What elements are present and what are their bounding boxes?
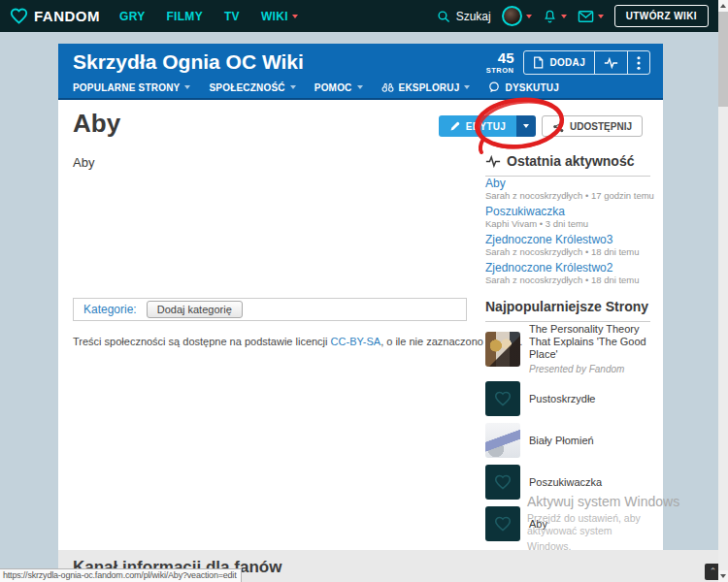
bell-icon [543, 9, 557, 24]
popular-page-item: Pustoskrzydłe [485, 381, 652, 416]
popular-page-thumbnail[interactable] [485, 465, 520, 500]
nav-link-gry[interactable]: GRY [119, 10, 145, 23]
chevron-down-icon [464, 85, 470, 89]
wiki-nav-discuss[interactable]: DYSKUTUJ [488, 81, 559, 93]
activity-page-link[interactable]: Poszukiwaczka [485, 206, 652, 218]
popular-page-item: Poszukiwaczka [485, 465, 652, 500]
popular-page-thumbnail[interactable] [485, 506, 520, 541]
categories-link[interactable]: Kategorie: [83, 303, 137, 316]
global-navbar: FANDOM GRY FILMY TV WIKI Szukaj [0, 0, 718, 32]
wiki-activity-button[interactable] [594, 51, 627, 74]
fandom-heart-icon [10, 8, 28, 24]
activity-page-link[interactable]: Zjednoczone Królestwo2 [485, 262, 652, 275]
page-actions: EDYTUJ UDOSTĘPNIJ [439, 115, 643, 137]
license-prefix: Treści społeczności są dostępne na podst… [73, 336, 328, 347]
article-body-text: Aby [73, 155, 94, 170]
activity-entry: Zjednoczone Królestwo3 Sarah z nocoskrzy… [485, 234, 652, 258]
create-wiki-button[interactable]: UTWÓRZ WIKI [614, 5, 709, 27]
popular-page-item: Biały Płomień [485, 423, 652, 458]
binoculars-icon [381, 82, 394, 92]
recent-activity-list: Aby Sarah z nocoskrzydłych • 17 godzin t… [485, 178, 652, 290]
chevron-down-icon [523, 124, 529, 128]
chevron-down-icon [290, 85, 296, 89]
add-page-button[interactable]: DODAJ [524, 51, 594, 74]
chevron-down-icon [184, 85, 190, 89]
wiki-title[interactable]: Skrzydła Ognia OC Wiki [73, 50, 304, 74]
wiki-nav-explore[interactable]: EKSPLORUJ [381, 82, 471, 93]
wiki-nav: POPULARNE STRONY SPOŁECZNOŚĆ POMOC EKSPL… [73, 81, 559, 93]
search-button[interactable]: Szukaj [437, 10, 491, 23]
activity-entry: Aby Sarah z nocoskrzydłych • 17 godzin t… [485, 178, 652, 202]
share-button[interactable]: UDOSTĘPNIJ [542, 115, 643, 137]
browser-viewport: FANDOM GRY FILMY TV WIKI Szukaj [0, 0, 728, 582]
wiki-more-button[interactable] [627, 51, 649, 74]
messages-menu[interactable] [578, 10, 604, 23]
activity-icon [604, 57, 618, 69]
fandom-logo[interactable]: FANDOM [10, 8, 100, 24]
activity-meta: Kaphi Vivam • 3 dni temu [485, 218, 652, 230]
sponsored-label: Presented by Fandom [529, 364, 652, 374]
edit-dropdown-button[interactable] [516, 115, 536, 137]
wiki-header-actions: 45 STRON DODAJ [486, 50, 650, 75]
chevron-down-icon [526, 15, 532, 18]
activity-meta: Sarah z nocoskrzydłych • 18 dni temu [485, 275, 652, 286]
arrow-down-icon [720, 574, 726, 578]
notifications-menu[interactable] [543, 9, 567, 24]
page-count-label: STRON [486, 67, 514, 75]
wiki-nav-popular-pages[interactable]: POPULARNE STRONY [73, 82, 190, 93]
wiki-nav-help[interactable]: POMOC [314, 82, 363, 93]
edit-button[interactable]: EDYTUJ [439, 115, 516, 137]
status-bar-url: https://skrzydla-ognia-oc.fandom.com/pl/… [0, 568, 242, 582]
chevron-up-icon: ⌃ [710, 567, 717, 576]
wiki-header: Skrzydła Ognia OC Wiki 45 STRON DODAJ [58, 44, 663, 100]
page-title: Aby [73, 109, 120, 139]
fandom-wordmark: FANDOM [34, 8, 100, 24]
chevron-down-icon [561, 15, 567, 18]
wiki-nav-community[interactable]: SPOŁECZNOŚĆ [209, 82, 295, 93]
share-nodes-icon [552, 120, 565, 133]
speech-bubble-icon [488, 81, 500, 93]
scroll-up-button[interactable] [718, 0, 728, 12]
search-label: Szukaj [456, 10, 491, 23]
kebab-menu-icon [637, 56, 641, 70]
navbar-right-group: Szukaj UTWÓRZ WIKI [437, 5, 709, 27]
add-category-button[interactable]: Dodaj kategorię [147, 301, 243, 318]
popular-page-thumbnail[interactable] [485, 423, 520, 458]
popular-page-item: Aby [485, 506, 652, 541]
user-menu[interactable] [502, 6, 532, 26]
popular-page-link[interactable]: Aby [529, 518, 547, 531]
activity-page-link[interactable]: Zjednoczone Królestwo3 [485, 234, 652, 246]
popular-pages-list: The Personality Theory That Explains 'Th… [485, 323, 652, 548]
article-area: Aby EDYTUJ UDOSTĘPNIJ Aby [58, 100, 663, 550]
activity-page-link[interactable]: Aby [485, 178, 652, 190]
activity-entry: Poszukiwaczka Kaphi Vivam • 3 dni temu [485, 206, 652, 230]
page-count-number: 45 [486, 50, 514, 65]
chevron-down-icon [292, 15, 298, 18]
activity-icon [485, 155, 501, 168]
popular-page-item: The Personality Theory That Explains 'Th… [485, 323, 652, 374]
activity-meta: Sarah z nocoskrzydłych • 18 dni temu [485, 246, 652, 258]
nav-link-filmy[interactable]: FILMY [166, 10, 203, 23]
scroll-down-button[interactable] [718, 570, 728, 582]
popular-page-thumbnail[interactable] [485, 381, 520, 416]
vertical-scrollbar[interactable] [718, 0, 728, 582]
scrollbar-thumb[interactable] [718, 12, 728, 107]
nav-link-wiki[interactable]: WIKI [261, 10, 298, 23]
popular-page-link[interactable]: Pustoskrzydłe [529, 393, 595, 405]
wiki-toolbar: DODAJ [523, 50, 650, 75]
license-text: Treści społeczności są dostępne na podst… [73, 336, 522, 347]
popular-page-link[interactable]: Poszukiwaczka [529, 476, 602, 489]
new-page-icon [533, 56, 544, 69]
popular-page-link[interactable]: The Personality Theory That Explains 'Th… [529, 323, 652, 361]
arrow-up-icon [720, 4, 726, 8]
activity-entry: Zjednoczone Królestwo2 Sarah z nocoskrzy… [485, 262, 652, 286]
popular-page-link[interactable]: Biały Płomień [529, 435, 594, 447]
popular-page-thumbnail[interactable] [485, 332, 520, 367]
search-icon [437, 10, 450, 23]
envelope-icon [578, 10, 594, 23]
license-link[interactable]: CC-BY-SA [331, 336, 381, 347]
chevron-down-icon [598, 15, 604, 18]
nav-link-tv[interactable]: TV [224, 10, 240, 23]
edit-split-button: EDYTUJ [439, 115, 536, 137]
recent-activity-heading: Ostatnia aktywność [485, 153, 650, 177]
